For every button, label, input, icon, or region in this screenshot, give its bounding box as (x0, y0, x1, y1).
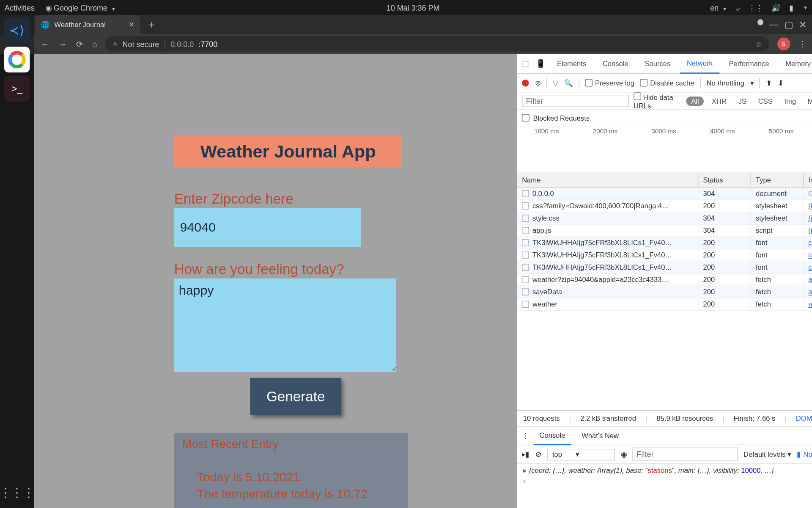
table-row[interactable]: weather?zip=94040&appid=a23cc3c4333…200f… (517, 274, 812, 286)
timeline-tick: 4000 ms (710, 127, 735, 135)
bluetooth-icon[interactable]: ⋮⋮ (748, 3, 763, 12)
timeline-tick: 5000 ms (769, 127, 793, 135)
network-timeline[interactable]: 1000 ms 2000 ms 3000 ms 4000 ms 5000 ms … (517, 127, 812, 174)
throttling-select[interactable]: No throttling ▾ (706, 79, 754, 87)
network-summary-bar: 10 requests| 2.2 kB transferred| 85.9 kB… (517, 410, 812, 427)
ubuntu-dock: ≺⟩ >_ ⋮⋮⋮ (0, 15, 34, 508)
back-button[interactable]: ← (41, 39, 49, 49)
filter-chip-media[interactable]: Media (804, 96, 812, 106)
dock-chrome-icon[interactable] (4, 47, 30, 73)
tab-memory[interactable]: Memory (779, 53, 812, 73)
table-row[interactable]: saveData200fetchapp.js:24177 B36 ms (517, 286, 812, 298)
issues-button[interactable]: ▮ No Issues (797, 450, 812, 458)
volume-icon[interactable]: 🔊 (771, 3, 781, 12)
console-sidebar-icon[interactable]: ▸▮ (522, 450, 529, 458)
activities-button[interactable]: Activities (5, 3, 35, 12)
column-header-initiator[interactable]: Initiator (804, 173, 812, 187)
drawer-tab-whatsnew[interactable]: What's New (576, 426, 625, 445)
tab-console[interactable]: Console (595, 53, 635, 73)
console-filter-input[interactable] (632, 447, 738, 461)
security-warning-icon: ⚠ (112, 41, 118, 47)
drawer-menu-icon[interactable]: ⋮ (522, 431, 529, 439)
recent-entry-temp: The temperature today is 10.72 degrees. (197, 486, 400, 508)
dock-apps-grid-icon[interactable]: ⋮⋮⋮ (0, 486, 35, 500)
battery-icon[interactable]: ▮ (789, 3, 793, 12)
close-window-button[interactable]: ✕ (799, 19, 807, 30)
tab-network[interactable]: Network (680, 53, 719, 73)
reload-button[interactable]: ⟳ (76, 39, 83, 49)
log-levels-select[interactable]: Default levels ▾ (743, 450, 791, 458)
tab-elements[interactable]: Elements (550, 53, 593, 73)
generate-button[interactable]: Generate (250, 378, 341, 415)
table-row[interactable]: style.css304stylesheet(index)197 B4 ms (517, 213, 812, 225)
expand-arrow-icon[interactable]: ▸ (523, 466, 527, 474)
tab-overflow-icon[interactable] (757, 19, 763, 25)
blocked-requests-checkbox[interactable] (522, 114, 529, 121)
table-row[interactable]: TK3iWkUHHAIjg75cFRf3bXL8LICs1_Fv40…200fo… (517, 237, 812, 249)
filter-chip-js[interactable]: JS (735, 96, 750, 106)
forward-button[interactable]: → (58, 39, 66, 49)
url-port: :7700 (198, 39, 217, 48)
context-selector[interactable]: top ▾ (547, 448, 615, 460)
inspect-element-icon[interactable]: ⬚ (522, 59, 534, 68)
app-title: Weather Journal App (174, 136, 402, 168)
filter-chip-css[interactable]: CSS (754, 96, 776, 106)
drawer-tabs: ⋮ Console What's New ✕ (517, 426, 812, 445)
console-clear-icon[interactable]: ⊘ (535, 450, 541, 458)
chrome-menu-icon[interactable]: ⋮ (798, 39, 807, 49)
filter-toggle-icon[interactable]: ▽ (553, 79, 558, 87)
column-header-status[interactable]: Status (698, 173, 751, 187)
export-har-icon[interactable]: ⬇ (778, 79, 784, 87)
console-output[interactable]: ▸{coord: {…}, weather: Array(1), base: "… (517, 464, 812, 508)
network-filter-input[interactable] (522, 95, 629, 107)
table-row[interactable]: 0.0.0.0304documentOther297 B4 ms (517, 188, 812, 200)
home-button[interactable]: ⌂ (92, 39, 97, 49)
network-filter-bar: Hide data URLs All XHR JS CSS Img Media … (517, 92, 812, 110)
table-row[interactable]: app.js304script(index)197 B4 ms (517, 225, 812, 237)
disable-cache-checkbox[interactable]: Disable cache (640, 79, 694, 87)
address-bar[interactable]: ⚠ Not secure | 0.0.0.0:7700 ☆ (105, 36, 769, 52)
browser-tab[interactable]: 🌐 Weather Journal ✕ (35, 15, 140, 34)
keyboard-layout-indicator[interactable]: en ▼ (710, 3, 727, 12)
clear-button[interactable]: ⊘ (535, 79, 541, 87)
table-row[interactable]: weather200fetchapp.js:38342 B6 ms (517, 298, 812, 311)
filter-chip-img[interactable]: Img (781, 96, 799, 106)
column-header-name[interactable]: Name (517, 173, 698, 187)
console-prompt[interactable]: › (523, 477, 812, 485)
live-expression-icon[interactable]: ◉ (621, 450, 627, 458)
table-row[interactable]: TK3iWkUHHAIjg75cFRf3bXL8LICs1_Fv40…200fo… (517, 249, 812, 262)
chevron-down-icon[interactable]: ▼ (803, 5, 808, 10)
filter-chip-all[interactable]: All (686, 96, 704, 105)
table-row[interactable]: css?family=Oswald:400,600,700|Ranga:4…20… (517, 200, 812, 213)
clock[interactable]: 10 Mai 3:36 PM (116, 3, 710, 12)
table-row[interactable]: TK3iWkUHHAIjg75cFRf3bXL8LICs1_Fv40…200fo… (517, 262, 812, 274)
import-har-icon[interactable]: ⬆ (766, 79, 772, 87)
summary-transferred: 2.2 kB transferred (580, 414, 636, 422)
active-app-menu[interactable]: ◉ Google Chrome ▼ (45, 3, 116, 12)
page-content: Weather Journal App Enter Zipcode here H… (34, 54, 517, 508)
column-header-type[interactable]: Type (751, 173, 804, 187)
filter-chip-xhr[interactable]: XHR (708, 96, 730, 106)
zipcode-input[interactable] (174, 208, 361, 247)
tab-performance[interactable]: Performance (722, 53, 776, 73)
profile-avatar[interactable]: s (777, 37, 790, 50)
record-button[interactable] (522, 79, 529, 86)
tab-sources[interactable]: Sources (638, 53, 678, 73)
console-log-line[interactable]: ▸{coord: {…}, weather: Array(1), base: "… (523, 466, 812, 474)
minimize-window-button[interactable]: — (769, 19, 779, 30)
drawer-tab-console[interactable]: Console (534, 426, 571, 445)
new-tab-button[interactable]: ＋ (146, 17, 157, 31)
search-icon[interactable]: 🔍 (564, 79, 573, 87)
dock-terminal-icon[interactable]: >_ (4, 76, 30, 102)
bookmark-star-icon[interactable]: ☆ (755, 39, 763, 48)
wifi-icon[interactable]: ⌵ (735, 3, 740, 12)
blocked-requests-label: Blocked Requests (533, 114, 590, 122)
preserve-log-checkbox[interactable]: Preserve log (585, 79, 634, 87)
hide-data-urls-checkbox[interactable]: Hide data URLs (634, 92, 682, 110)
maximize-window-button[interactable]: ▢ (785, 19, 793, 30)
dock-vscode-icon[interactable]: ≺⟩ (4, 17, 30, 43)
device-toolbar-icon[interactable]: 📱 (536, 59, 548, 68)
feelings-textarea[interactable]: happy (174, 279, 396, 372)
close-tab-icon[interactable]: ✕ (129, 20, 134, 28)
chevron-down-icon: ▼ (111, 6, 116, 11)
